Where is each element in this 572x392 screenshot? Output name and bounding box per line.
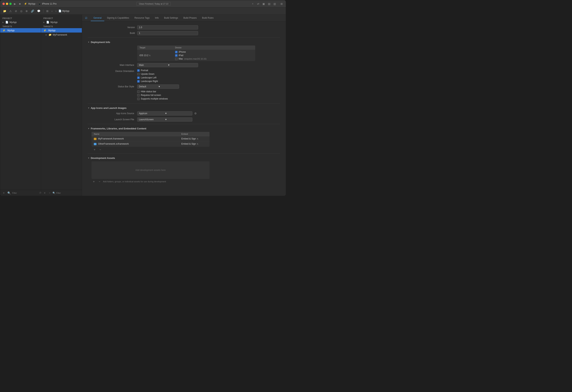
- embed-select-2[interactable]: Embed & Sign ⇅: [181, 142, 207, 145]
- tab-build-rules-label: Build Rules: [202, 16, 214, 19]
- supports-multiple-windows-checkbox[interactable]: [137, 98, 140, 100]
- requires-full-screen-label: Requires full screen: [141, 94, 161, 96]
- gear-button[interactable]: ⚙: [194, 112, 197, 115]
- chain-icon[interactable]: 🔗: [30, 9, 35, 13]
- sidebar-filter-input[interactable]: [12, 192, 38, 194]
- layout3-button[interactable]: ▥: [273, 2, 277, 6]
- launch-screen-select[interactable]: LaunchScreen ▼: [137, 117, 192, 122]
- remove-framework-button[interactable]: －: [98, 148, 103, 151]
- maximize-button[interactable]: [9, 3, 12, 5]
- build-label: Build: [107, 32, 137, 34]
- inspector-button[interactable]: ⊞: [280, 2, 284, 6]
- close-button[interactable]: [2, 3, 5, 5]
- ipad-checkbox[interactable]: ✓: [175, 54, 177, 57]
- toolbar-divider: [43, 9, 43, 13]
- add-file-button[interactable]: ＋: [43, 191, 47, 195]
- remove-dev-asset-button[interactable]: －: [97, 180, 102, 183]
- mac-checkbox[interactable]: [175, 58, 177, 60]
- warning-icon[interactable]: ⚠: [8, 9, 13, 13]
- orientation-list: ✓ Portrait Upside Down: [137, 69, 280, 83]
- ios-version-select[interactable]: iOS 13.2 ⇅: [140, 54, 151, 57]
- tab-resource[interactable]: Resource Tags: [132, 15, 152, 21]
- iphone-row: ✓ iPhone: [175, 51, 253, 53]
- build-input[interactable]: [137, 31, 198, 35]
- main-interface-value: Main ▼: [137, 63, 280, 67]
- status-bar-style-value: Default ▼ Hide status bar: [137, 84, 280, 101]
- add-dev-asset-button[interactable]: ＋: [92, 180, 96, 183]
- file-icon: 📄: [58, 10, 62, 12]
- launch-screen-text: LaunchScreen: [139, 118, 165, 121]
- target-myapp[interactable]: ⚡ MyApp: [41, 28, 82, 32]
- launch-screen-arrow: ▼: [165, 118, 191, 121]
- requires-full-screen-checkbox[interactable]: [137, 94, 140, 96]
- minimize-button[interactable]: [6, 3, 8, 5]
- hide-status-bar-checkbox[interactable]: [137, 90, 140, 93]
- main-interface-select[interactable]: Main ▼: [137, 63, 198, 67]
- frameworks-section: Name Embed: [92, 132, 280, 151]
- project-file-myapp[interactable]: ▶ 📄 MyApp: [41, 20, 82, 24]
- main-interface-arrow: ▼: [168, 64, 196, 66]
- deployment-info-header[interactable]: ▼ Deployment Info: [88, 41, 280, 44]
- ipad-check-icon: ✓: [176, 54, 177, 56]
- framework-item[interactable]: ▶ 📁 MyFramework: [41, 32, 82, 37]
- portrait-checkbox[interactable]: ✓: [137, 69, 140, 72]
- right-panel: PROJECT ▶ 📄 MyApp TARGETS ⚡ MyApp ▶ 📁: [41, 15, 286, 196]
- sidebar-item-target[interactable]: ⚡ MyApp: [0, 28, 41, 32]
- landscape-left-checkbox[interactable]: ✓: [137, 77, 140, 79]
- status-bar-style-label: Status Bar Style: [92, 84, 137, 88]
- tab-build-settings[interactable]: Build Settings: [161, 15, 181, 21]
- add-button[interactable]: ＋: [251, 2, 255, 6]
- titlebar-right: ＋ ⇄ ▣ ▤ ▥ ⊞: [251, 2, 284, 6]
- scheme-icon: ⚡: [24, 2, 27, 5]
- tab-general[interactable]: General: [91, 15, 104, 21]
- framework-icon: 📁: [48, 33, 52, 36]
- ios-version-text: iOS 13.2: [140, 54, 148, 57]
- stop-button[interactable]: ■: [18, 2, 21, 6]
- remove-file-button[interactable]: －: [48, 191, 52, 195]
- version-row: Version: [88, 25, 280, 30]
- tab-build-phases[interactable]: Build Phases: [181, 15, 199, 21]
- back-btn[interactable]: ⊘: [14, 9, 18, 13]
- app-icons-source-row: App Icons Source AppIcon ▼ ⚙: [92, 111, 280, 115]
- device-orientation-row: Device Orientation ✓ Portrait: [92, 69, 280, 83]
- version-input[interactable]: [137, 25, 198, 30]
- scheme-name[interactable]: MyApp: [28, 2, 35, 5]
- iphone-checkbox[interactable]: ✓: [175, 51, 177, 53]
- add-target-button[interactable]: ＋: [2, 191, 6, 195]
- dev-assets-footer-text: Add folders, groups, or individual asset…: [103, 180, 166, 183]
- tab-signing[interactable]: Signing & Capabilities: [104, 15, 132, 21]
- frameworks-arrow-icon: ▼: [88, 127, 90, 130]
- tab-info[interactable]: Info: [152, 15, 161, 21]
- forward-btn[interactable]: ◎: [19, 9, 23, 13]
- exchange-button[interactable]: ⇄: [256, 2, 260, 6]
- run-button[interactable]: ▶: [13, 2, 17, 6]
- layout2-button[interactable]: ▤: [267, 2, 271, 6]
- device-name[interactable]: iPhone 11 Pro: [42, 2, 57, 5]
- landscape-right-checkbox[interactable]: ✓: [137, 80, 140, 83]
- app-icons-header[interactable]: ▼ App Icons and Launch Images: [88, 107, 280, 110]
- app-icons-source-select[interactable]: AppIcon ▼: [137, 111, 192, 115]
- frameworks-header[interactable]: ▼ Frameworks, Libraries, and Embedded Co…: [88, 127, 280, 130]
- dev-assets-header[interactable]: ▼ Development Assets: [88, 157, 280, 159]
- status-bar: Clean Finished | Today at 17:13: [136, 2, 171, 6]
- embed-select-1[interactable]: Embed & Sign ⇅: [181, 137, 207, 140]
- layout1-button[interactable]: ▣: [262, 2, 266, 6]
- targets-section-label: TARGETS: [0, 24, 41, 28]
- hide-status-bar-row: Hide status bar: [137, 90, 280, 93]
- target-myapp-name: MyApp: [48, 29, 55, 32]
- target-device-row: Target Device: [92, 46, 280, 61]
- folder-icon[interactable]: 📁: [2, 9, 7, 13]
- framework-name: MyFramework: [53, 33, 67, 36]
- sidebar-item-project[interactable]: ▶ 📄 MyApp: [0, 20, 41, 24]
- add-framework-button[interactable]: ＋: [92, 148, 97, 151]
- diff-icon[interactable]: ⊕: [25, 9, 29, 13]
- grid-icon[interactable]: ⊞: [45, 9, 49, 13]
- upside-down-checkbox[interactable]: [137, 73, 140, 75]
- status-bar-style-select[interactable]: Default ▼: [137, 84, 179, 89]
- comment-icon[interactable]: 💬: [36, 9, 41, 13]
- dev-assets-section: Add development assets here ＋ － Add fold…: [92, 161, 280, 183]
- project-filter-input[interactable]: [56, 192, 82, 194]
- nav-forward[interactable]: ›: [55, 9, 57, 13]
- nav-back[interactable]: ‹: [51, 9, 53, 13]
- tab-build-rules[interactable]: Build Rules: [199, 15, 216, 21]
